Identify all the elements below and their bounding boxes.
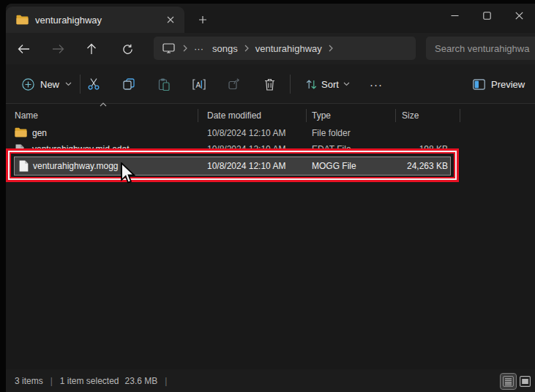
column-divider[interactable] xyxy=(460,109,460,122)
navigation-bar: ··· songs venturahighway xyxy=(6,33,535,64)
cut-button[interactable] xyxy=(81,72,106,97)
explorer-tab[interactable]: venturahighway xyxy=(6,7,184,33)
new-button-label: New xyxy=(40,79,59,90)
share-icon xyxy=(228,78,241,90)
up-arrow-icon xyxy=(86,43,97,55)
copy-icon xyxy=(123,78,135,90)
preview-toggle-button[interactable]: Preview xyxy=(468,73,529,95)
column-header-date-modified[interactable]: Date modified xyxy=(207,108,261,124)
maximize-button[interactable] xyxy=(471,4,503,27)
folder-icon xyxy=(15,127,27,137)
sort-arrows-icon xyxy=(306,79,317,90)
column-header-name[interactable]: Name xyxy=(15,108,38,124)
selection-count: 1 item selected xyxy=(60,376,119,386)
annotation-highlight-white-border: venturahighway.mogg 10/8/2024 12:10 AM M… xyxy=(8,151,457,180)
new-tab-button[interactable] xyxy=(193,11,212,29)
chevron-right-icon xyxy=(181,45,190,52)
tab-title: venturahighway xyxy=(35,15,161,26)
new-button[interactable]: New xyxy=(16,73,78,95)
maximize-icon xyxy=(483,12,491,20)
column-divider[interactable] xyxy=(395,109,396,122)
breadcrumb-ellipsis[interactable]: ··· xyxy=(190,43,208,54)
file-date: 10/8/2024 12:10 AM xyxy=(207,125,285,141)
chevron-down-icon xyxy=(65,82,72,86)
breadcrumb-segment-songs[interactable]: songs xyxy=(208,43,242,54)
preview-label: Preview xyxy=(491,79,525,90)
file-type: File folder xyxy=(312,125,351,141)
address-bar[interactable]: ··· songs venturahighway xyxy=(154,37,416,60)
see-more-label: ··· xyxy=(370,78,383,91)
sort-button-label: Sort xyxy=(321,79,339,90)
back-arrow-icon xyxy=(18,44,30,54)
paste-clipboard-icon xyxy=(158,78,170,91)
large-icons-view-button[interactable] xyxy=(517,374,533,389)
close-window-button[interactable] xyxy=(503,4,535,27)
search-input[interactable] xyxy=(426,37,535,60)
trash-icon xyxy=(264,78,275,91)
new-plus-circle-icon xyxy=(22,78,34,91)
cut-scissors-icon xyxy=(87,78,100,91)
table-row-mogg-selected[interactable]: venturahighway.mogg 10/8/2024 12:10 AM M… xyxy=(14,157,451,176)
table-row-gen[interactable]: gen 10/8/2024 12:10 AM File folder xyxy=(6,125,460,141)
chevron-right-icon xyxy=(242,45,251,52)
file-name: gen xyxy=(32,125,47,141)
column-divider[interactable] xyxy=(198,109,198,122)
column-header-size[interactable]: Size xyxy=(402,108,419,124)
plus-icon xyxy=(198,15,207,24)
details-view-button[interactable] xyxy=(501,374,516,389)
screenshot-root: venturahighway xyxy=(0,0,535,392)
back-button[interactable] xyxy=(12,39,35,59)
forward-button[interactable] xyxy=(46,39,70,59)
svg-text:A: A xyxy=(196,80,201,88)
this-pc-icon[interactable] xyxy=(154,43,181,53)
column-divider[interactable] xyxy=(306,109,307,122)
minimize-icon xyxy=(451,12,459,20)
selection-size: 23.6 MB xyxy=(125,376,158,386)
tab-close-icon[interactable] xyxy=(161,11,180,29)
rename-button[interactable]: A xyxy=(187,72,212,97)
item-count: 3 items xyxy=(15,376,43,386)
large-icons-view-icon xyxy=(520,376,531,387)
forward-arrow-icon xyxy=(52,44,64,54)
details-view-icon xyxy=(503,376,514,387)
share-button[interactable] xyxy=(222,72,247,97)
column-sort-indicator xyxy=(100,102,107,107)
file-date: 10/8/2024 12:10 AM xyxy=(207,157,285,175)
file-type: MOGG File xyxy=(312,157,356,175)
rename-icon: A xyxy=(192,79,206,90)
annotation-highlight: venturahighway.mogg 10/8/2024 12:10 AM M… xyxy=(6,148,459,182)
file-explorer-window: venturahighway xyxy=(6,4,535,392)
status-bar: 3 items | 1 item selected 23.6 MB | xyxy=(6,369,535,392)
paste-button[interactable] xyxy=(151,72,176,97)
file-name: venturahighway.mogg xyxy=(33,157,119,175)
file-size: 24,263 KB xyxy=(366,157,448,175)
copy-button[interactable] xyxy=(116,72,141,97)
status-separator: | xyxy=(165,376,167,386)
preview-pane-icon xyxy=(473,79,485,90)
see-more-button[interactable]: ··· xyxy=(364,72,389,97)
close-icon xyxy=(515,12,523,20)
breadcrumb-segment-venturahighway[interactable]: venturahighway xyxy=(251,43,326,54)
tab-folder-icon xyxy=(16,15,29,25)
refresh-button[interactable] xyxy=(116,39,139,59)
toolbar-separator xyxy=(80,75,81,94)
file-icon xyxy=(19,160,29,172)
file-size xyxy=(366,125,448,141)
up-button[interactable] xyxy=(80,39,103,59)
titlebar: venturahighway xyxy=(6,4,535,33)
minimize-button[interactable] xyxy=(438,4,471,27)
toolbar-separator xyxy=(290,75,291,94)
column-header-type[interactable]: Type xyxy=(312,108,331,124)
chevron-up-icon xyxy=(100,102,107,107)
refresh-icon xyxy=(122,44,133,55)
chevron-right-icon xyxy=(326,45,335,52)
command-toolbar: New A xyxy=(6,64,535,104)
delete-button[interactable] xyxy=(257,72,282,97)
sort-button[interactable]: Sort xyxy=(302,73,354,95)
annotation-highlight-inner-border: venturahighway.mogg 10/8/2024 12:10 AM M… xyxy=(10,152,455,178)
status-separator: | xyxy=(50,376,53,386)
chevron-down-icon xyxy=(343,82,350,86)
